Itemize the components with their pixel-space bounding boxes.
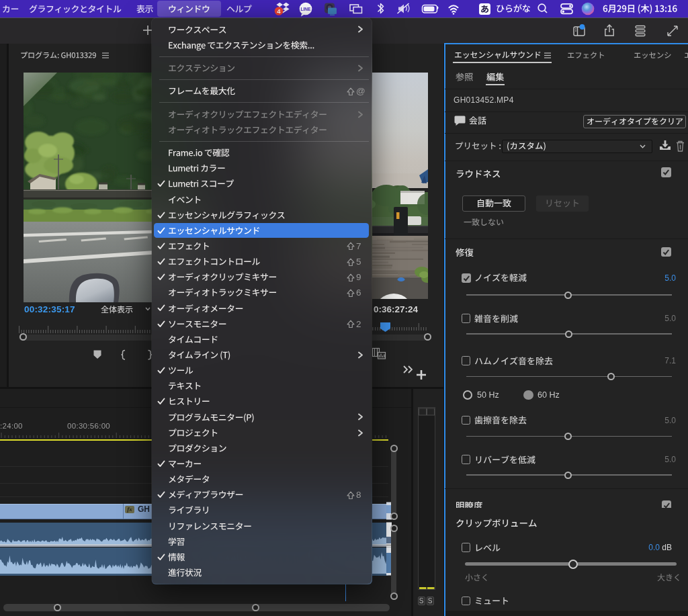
svg-text:LINE: LINE (300, 7, 311, 11)
svg-text:4: 4 (277, 7, 281, 15)
